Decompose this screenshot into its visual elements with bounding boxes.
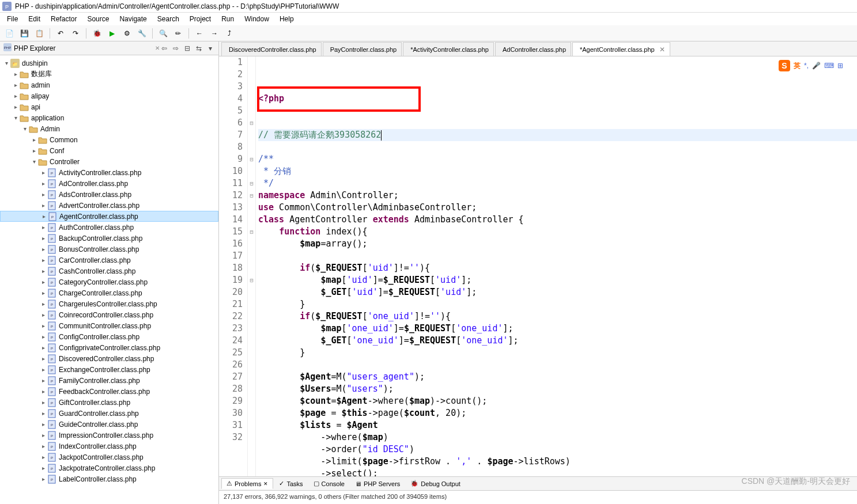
pin-icon[interactable]: ✕	[263, 481, 268, 487]
twisty-icon[interactable]: ▾	[21, 126, 29, 132]
editor-tab[interactable]: P*AgentController.class.php✕	[572, 42, 670, 56]
twisty-icon[interactable]: ▸	[30, 147, 38, 154]
twisty-icon[interactable]: ▸	[40, 213, 48, 219]
twisty-icon[interactable]: ▸	[39, 246, 47, 252]
menu-source[interactable]: Source	[82, 14, 114, 24]
file-GuardController-class-php[interactable]: ▸PGuardController.class.php	[0, 408, 218, 419]
twisty-icon[interactable]: ▸	[39, 388, 47, 395]
twisty-icon[interactable]: ▸	[39, 235, 47, 241]
twisty-icon[interactable]: ▸	[30, 137, 38, 143]
file-AdvertController-class-php[interactable]: ▸PAdvertController.class.php	[0, 200, 218, 211]
file-DiscoveredController-class-php[interactable]: ▸PDiscoveredController.class.php	[0, 353, 218, 364]
menu-file[interactable]: File	[2, 14, 22, 24]
twisty-icon[interactable]: ▸	[39, 334, 47, 340]
bottom-tab-problems[interactable]: ⚠Problems ✕	[221, 478, 273, 489]
twisty-icon[interactable]: ▸	[39, 279, 47, 285]
file-AgentController-class-php[interactable]: ▸PAgentController.class.php	[0, 211, 218, 222]
twisty-icon[interactable]: ▸	[39, 301, 47, 307]
file-BackupController-class-php[interactable]: ▸PBackupController.class.php	[0, 233, 218, 244]
file-AuthController-class-php[interactable]: ▸PAuthController.class.php	[0, 222, 218, 233]
file-CarController-class-php[interactable]: ▸PCarController.class.php	[0, 255, 218, 266]
ime-punct[interactable]: *,	[804, 62, 809, 70]
debug-icon[interactable]: 🐞	[91, 28, 103, 39]
ime-keyboard-icon[interactable]: ⌨	[824, 62, 834, 70]
menu-run[interactable]: Run	[217, 14, 239, 24]
view-menu-icon[interactable]: ▾	[206, 44, 215, 52]
fwd-icon[interactable]: ⇨	[171, 44, 180, 52]
folder-common[interactable]: ▸Common	[0, 134, 218, 145]
twisty-icon[interactable]: ▸	[39, 366, 47, 373]
editor-tab[interactable]: PAdController.class.php	[495, 42, 571, 56]
twisty-icon[interactable]: ▸	[39, 312, 47, 318]
twisty-icon[interactable]: ▸	[39, 202, 47, 209]
folder-alipay[interactable]: ▸alipay	[0, 90, 218, 101]
twisty-icon[interactable]: ▸	[39, 355, 47, 362]
file-BonusController-class-php[interactable]: ▸PBonusController.class.php	[0, 244, 218, 255]
file-ActivityController-class-php[interactable]: ▸PActivityController.class.php	[0, 167, 218, 178]
twisty-icon[interactable]: ▸	[39, 410, 47, 416]
menu-window[interactable]: Window	[240, 14, 274, 24]
ime-grid-icon[interactable]: ⊞	[837, 62, 843, 70]
twisty-icon[interactable]: ▸	[12, 71, 20, 77]
twisty-icon[interactable]: ▾	[2, 60, 10, 66]
menu-project[interactable]: Project	[185, 14, 216, 24]
menu-edit[interactable]: Edit	[24, 14, 45, 24]
file-CoinrecordController-class-php[interactable]: ▸PCoinrecordController.class.php	[0, 309, 218, 320]
collapse-icon[interactable]: ⊟	[183, 44, 192, 52]
folder-conf[interactable]: ▸Conf	[0, 145, 218, 156]
menu-help[interactable]: Help	[275, 14, 299, 24]
ime-mic-icon[interactable]: 🎤	[812, 62, 821, 70]
pin-icon[interactable]: ✕	[155, 45, 160, 51]
redo-icon[interactable]: ↷	[70, 28, 81, 39]
file-ConfigController-class-php[interactable]: ▸PConfigController.class.php	[0, 331, 218, 342]
menu-refactor[interactable]: Refactor	[46, 14, 81, 24]
twisty-icon[interactable]: ▾	[30, 158, 38, 165]
twisty-icon[interactable]: ▸	[12, 93, 20, 99]
back-icon[interactable]: ⇦	[160, 44, 169, 52]
code-editor[interactable]: 1234567891011121314151617181920212223242…	[219, 56, 857, 476]
menu-navigate[interactable]: Navigate	[115, 14, 151, 24]
save-icon[interactable]: 💾	[18, 28, 30, 39]
file-AdsController-class-php[interactable]: ▸PAdsController.class.php	[0, 189, 218, 200]
save-all-icon[interactable]: 📋	[33, 28, 45, 39]
file-FeedbackController-class-php[interactable]: ▸PFeedbackController.class.php	[0, 386, 218, 397]
twisty-icon[interactable]: ▸	[39, 443, 47, 449]
folder-数据库[interactable]: ▸数据库	[0, 69, 218, 79]
file-FamilyController-class-php[interactable]: ▸PFamilyController.class.php	[0, 375, 218, 386]
file-ConfigprivateController-class-php[interactable]: ▸PConfigprivateController.class.php	[0, 342, 218, 353]
twisty-icon[interactable]: ▾	[12, 115, 20, 121]
nav-last-icon[interactable]: ⤴	[224, 28, 235, 39]
twisty-icon[interactable]: ▸	[39, 465, 47, 471]
ime-indicator[interactable]: S 英 *, 🎤 ⌨ ⊞	[776, 59, 845, 73]
file-JackpotController-class-php[interactable]: ▸PJackpotController.class.php	[0, 452, 218, 463]
file-IndexController-class-php[interactable]: ▸PIndexController.class.php	[0, 441, 218, 452]
twisty-icon[interactable]: ▸	[39, 344, 47, 351]
file-ChargerulesController-class-php[interactable]: ▸PChargerulesController.class.php	[0, 298, 218, 309]
undo-icon[interactable]: ↶	[55, 28, 66, 39]
twisty-icon[interactable]: ▸	[39, 399, 47, 406]
twisty-icon[interactable]: ▸	[39, 421, 47, 427]
twisty-icon[interactable]: ▸	[39, 432, 47, 438]
twisty-icon[interactable]: ▸	[39, 169, 47, 176]
ext-tools-icon[interactable]: 🔧	[136, 28, 148, 39]
twisty-icon[interactable]: ▸	[39, 476, 47, 482]
close-icon[interactable]: ✕	[659, 46, 665, 54]
run-icon[interactable]: ▶	[106, 28, 118, 39]
bottom-tab-php-servers[interactable]: 🖥PHP Servers	[350, 479, 405, 488]
file-GiftController-class-php[interactable]: ▸PGiftController.class.php	[0, 397, 218, 408]
file-AdController-class-php[interactable]: ▸PAdController.class.php	[0, 178, 218, 189]
link-icon[interactable]: ⇆	[194, 44, 203, 52]
search-icon[interactable]: 🔍	[157, 28, 169, 39]
bottom-tab-tasks[interactable]: ✓Tasks	[274, 479, 307, 488]
editor-tab[interactable]: PDiscoveredController.class.php	[221, 42, 322, 56]
project-root[interactable]: ▾📁dushipin	[0, 58, 218, 69]
menu-search[interactable]: Search	[153, 14, 184, 24]
editor-tab[interactable]: P*ActivityController.class.php	[403, 42, 494, 56]
file-ImpressionController-class-php[interactable]: ▸PImpressionController.class.php	[0, 430, 218, 441]
twisty-icon[interactable]: ▸	[12, 82, 20, 88]
file-LabelController-class-php[interactable]: ▸PLabelController.class.php	[0, 473, 218, 484]
file-CommunitController-class-php[interactable]: ▸PCommunitController.class.php	[0, 320, 218, 331]
twisty-icon[interactable]: ▸	[39, 290, 47, 296]
twisty-icon[interactable]: ▸	[39, 257, 47, 263]
file-CashController-class-php[interactable]: ▸PCashController.class.php	[0, 266, 218, 276]
